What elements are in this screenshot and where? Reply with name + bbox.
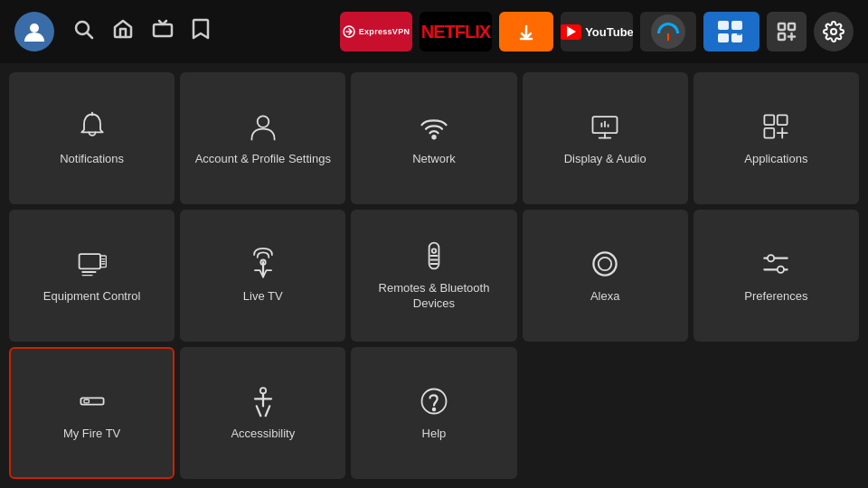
tile-myfiretv-label: My Fire TV (63, 427, 120, 442)
settings-grid: Notifications Account & Profile Settings… (0, 63, 868, 488)
app-downloader[interactable] (499, 12, 553, 52)
person-icon (247, 110, 279, 143)
svg-rect-7 (731, 21, 742, 30)
svg-rect-51 (84, 399, 89, 403)
tile-account-label: Account & Profile Settings (195, 152, 331, 167)
remote-icon (418, 239, 450, 272)
svg-point-52 (260, 388, 266, 393)
bookmark-icon[interactable] (192, 18, 210, 45)
tile-alexa[interactable]: Alexa (523, 210, 688, 342)
svg-rect-12 (778, 33, 785, 40)
search-icon[interactable] (72, 18, 94, 45)
svg-point-0 (30, 23, 39, 33)
help-icon (418, 385, 450, 418)
wifi-icon (418, 110, 450, 143)
accessibility-icon (247, 385, 279, 418)
svg-point-40 (432, 249, 437, 253)
display-icon (589, 110, 621, 143)
youtube-logo (561, 24, 581, 40)
tile-empty-1 (523, 347, 688, 479)
tile-preferences-label: Preferences (744, 289, 807, 305)
svg-line-2 (88, 33, 93, 39)
tile-equipment[interactable]: Equipment Control (9, 210, 175, 342)
app-es[interactable] (703, 12, 760, 52)
tile-empty-2 (693, 347, 859, 479)
tile-remotes[interactable]: Remotes & Bluetooth Devices (351, 210, 516, 342)
tile-account[interactable]: Account & Profile Settings (180, 72, 345, 204)
youtube-label: YouTube (585, 25, 633, 39)
svg-point-45 (599, 257, 611, 269)
apps-icon (760, 110, 792, 143)
app-add[interactable] (767, 12, 807, 52)
svg-rect-6 (718, 21, 729, 30)
svg-rect-27 (765, 127, 775, 137)
tile-livetv[interactable]: Live TV (180, 210, 345, 342)
tile-notifications-label: Notifications (60, 152, 124, 167)
settings-button[interactable] (814, 12, 854, 52)
speedtest-icon (651, 14, 685, 49)
app-expressvpn[interactable]: ExpressVPN (340, 12, 412, 52)
svg-rect-11 (788, 23, 795, 30)
antenna-icon (247, 248, 279, 280)
firetv-icon (76, 385, 108, 418)
tile-network-label: Network (412, 152, 456, 167)
tile-network[interactable]: Network (351, 72, 516, 204)
svg-rect-30 (79, 254, 99, 268)
nav-left (14, 12, 210, 52)
app-netflix[interactable]: NETFLIX (420, 12, 492, 52)
tile-notifications[interactable]: Notifications (9, 72, 175, 204)
app-speedtest[interactable] (640, 12, 696, 52)
svg-point-44 (594, 252, 617, 275)
svg-point-49 (778, 266, 784, 272)
tile-remotes-label: Remotes & Bluetooth Devices (360, 281, 507, 312)
svg-rect-25 (765, 115, 775, 125)
svg-point-17 (257, 116, 269, 127)
tile-livetv-label: Live TV (243, 289, 283, 305)
tile-display-audio-label: Display & Audio (564, 152, 646, 167)
svg-point-48 (768, 255, 774, 261)
tile-display-audio[interactable]: Display & Audio (523, 72, 688, 204)
sliders-icon (760, 248, 792, 280)
svg-rect-8 (718, 33, 729, 42)
tv-icon[interactable] (152, 18, 174, 45)
top-bar: ExpressVPN NETFLIX YouTube (0, 0, 868, 63)
youtube-play-icon (567, 26, 576, 37)
avatar[interactable] (14, 12, 54, 52)
tile-help[interactable]: Help (351, 347, 516, 479)
apps-bar: ExpressVPN NETFLIX YouTube (340, 12, 854, 52)
tile-help-label: Help (422, 427, 447, 442)
bell-icon (76, 110, 108, 143)
app-youtube[interactable]: YouTube (561, 12, 633, 52)
tile-accessibility-label: Accessibility (231, 427, 295, 442)
home-icon[interactable] (112, 18, 134, 45)
svg-point-15 (831, 29, 836, 34)
svg-point-18 (432, 135, 436, 138)
tile-alexa-label: Alexa (590, 289, 620, 305)
alexa-icon (589, 248, 621, 280)
svg-rect-26 (778, 115, 788, 125)
netflix-label: NETFLIX (421, 22, 490, 42)
tile-myfiretv[interactable]: My Fire TV (9, 347, 175, 479)
svg-point-56 (433, 408, 436, 410)
tile-preferences[interactable]: Preferences (693, 210, 859, 342)
svg-rect-10 (778, 23, 785, 30)
svg-rect-3 (154, 24, 172, 36)
tile-equipment-label: Equipment Control (43, 289, 141, 305)
tile-accessibility[interactable]: Accessibility (180, 347, 345, 479)
monitor-icon (76, 248, 108, 280)
tile-applications[interactable]: Applications (693, 72, 859, 204)
tile-applications-label: Applications (744, 152, 807, 167)
